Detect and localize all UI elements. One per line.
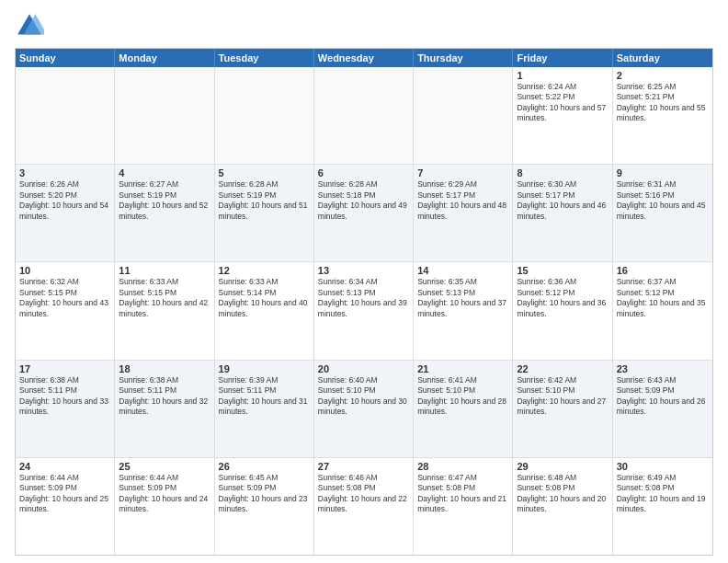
sunset-label: Sunset: 5:13 PM — [417, 288, 475, 297]
calendar-cell: 13 Sunrise: 6:34 AM Sunset: 5:13 PM Dayl… — [314, 262, 414, 359]
calendar-cell: 5 Sunrise: 6:28 AM Sunset: 5:19 PM Dayli… — [215, 165, 314, 261]
sunset-label: Sunset: 5:09 PM — [119, 483, 176, 492]
day-number: 13 — [318, 265, 409, 276]
calendar-cell: 14 Sunrise: 6:35 AM Sunset: 5:13 PM Dayl… — [414, 262, 513, 359]
sunset-label: Sunset: 5:21 PM — [617, 92, 675, 101]
sunset-label: Sunset: 5:11 PM — [119, 385, 176, 395]
calendar-cell: 24 Sunrise: 6:44 AM Sunset: 5:09 PM Dayl… — [16, 458, 115, 555]
sunset-label: Sunset: 5:11 PM — [19, 385, 77, 395]
sunrise-label: Sunrise: 6:40 AM — [318, 375, 378, 385]
daylight-label: Daylight: 10 hours and 20 minutes. — [517, 494, 606, 513]
daylight-label: Daylight: 10 hours and 40 minutes. — [219, 298, 308, 317]
logo — [15, 11, 48, 40]
calendar-cell: 4 Sunrise: 6:27 AM Sunset: 5:19 PM Dayli… — [115, 165, 214, 261]
daylight-label: Daylight: 10 hours and 25 minutes. — [19, 494, 108, 513]
day-number: 27 — [318, 461, 409, 472]
day-number: 18 — [119, 363, 210, 374]
cell-detail: Sunrise: 6:36 AM Sunset: 5:12 PM Dayligh… — [517, 277, 608, 319]
day-number: 7 — [417, 167, 508, 178]
sunrise-label: Sunrise: 6:29 AM — [417, 179, 477, 189]
calendar-row: 10 Sunrise: 6:32 AM Sunset: 5:15 PM Dayl… — [16, 262, 712, 360]
sunrise-label: Sunrise: 6:34 AM — [318, 277, 378, 286]
calendar-header-cell: Wednesday — [314, 49, 414, 67]
day-number: 20 — [318, 363, 409, 374]
logo-icon — [15, 11, 44, 40]
calendar-cell: 21 Sunrise: 6:41 AM Sunset: 5:10 PM Dayl… — [414, 361, 513, 457]
day-number: 28 — [417, 461, 508, 472]
daylight-label: Daylight: 10 hours and 22 minutes. — [318, 494, 407, 513]
daylight-label: Daylight: 10 hours and 30 minutes. — [318, 396, 407, 416]
cell-detail: Sunrise: 6:25 AM Sunset: 5:21 PM Dayligh… — [617, 82, 709, 124]
sunset-label: Sunset: 5:17 PM — [417, 190, 475, 200]
sunrise-label: Sunrise: 6:45 AM — [219, 473, 279, 482]
daylight-label: Daylight: 10 hours and 39 minutes. — [318, 298, 407, 317]
sunset-label: Sunset: 5:19 PM — [219, 190, 277, 200]
cell-detail: Sunrise: 6:48 AM Sunset: 5:08 PM Dayligh… — [517, 473, 608, 515]
sunset-label: Sunset: 5:09 PM — [219, 483, 277, 492]
cell-detail: Sunrise: 6:44 AM Sunset: 5:09 PM Dayligh… — [19, 473, 110, 515]
cell-detail: Sunrise: 6:42 AM Sunset: 5:10 PM Dayligh… — [517, 375, 608, 418]
sunrise-label: Sunrise: 6:24 AM — [517, 82, 576, 91]
calendar-cell — [16, 67, 115, 164]
cell-detail: Sunrise: 6:26 AM Sunset: 5:20 PM Dayligh… — [19, 179, 110, 222]
cell-detail: Sunrise: 6:43 AM Sunset: 5:09 PM Dayligh… — [617, 375, 709, 418]
sunset-label: Sunset: 5:18 PM — [318, 190, 376, 200]
daylight-label: Daylight: 10 hours and 57 minutes. — [517, 103, 606, 122]
day-number: 5 — [219, 167, 310, 178]
calendar-cell: 16 Sunrise: 6:37 AM Sunset: 5:12 PM Dayl… — [613, 262, 712, 359]
calendar-header: SundayMondayTuesdayWednesdayThursdayFrid… — [16, 49, 712, 67]
sunset-label: Sunset: 5:20 PM — [19, 190, 77, 200]
calendar-cell: 28 Sunrise: 6:47 AM Sunset: 5:08 PM Dayl… — [414, 458, 513, 555]
sunset-label: Sunset: 5:08 PM — [318, 483, 376, 492]
daylight-label: Daylight: 10 hours and 42 minutes. — [119, 298, 208, 317]
cell-detail: Sunrise: 6:41 AM Sunset: 5:10 PM Dayligh… — [417, 375, 508, 418]
daylight-label: Daylight: 10 hours and 26 minutes. — [617, 396, 706, 416]
daylight-label: Daylight: 10 hours and 35 minutes. — [617, 298, 706, 317]
calendar-header-cell: Friday — [513, 49, 612, 67]
day-number: 16 — [617, 265, 709, 276]
sunrise-label: Sunrise: 6:33 AM — [219, 277, 279, 286]
day-number: 25 — [119, 461, 210, 472]
day-number: 10 — [19, 265, 110, 276]
day-number: 4 — [119, 167, 210, 178]
sunrise-label: Sunrise: 6:27 AM — [119, 179, 178, 189]
sunset-label: Sunset: 5:19 PM — [119, 190, 176, 200]
sunset-label: Sunset: 5:22 PM — [517, 92, 574, 101]
day-number: 1 — [517, 70, 608, 81]
cell-detail: Sunrise: 6:24 AM Sunset: 5:22 PM Dayligh… — [517, 82, 608, 124]
sunrise-label: Sunrise: 6:44 AM — [119, 473, 178, 482]
daylight-label: Daylight: 10 hours and 21 minutes. — [417, 494, 506, 513]
calendar-cell: 7 Sunrise: 6:29 AM Sunset: 5:17 PM Dayli… — [414, 165, 513, 261]
day-number: 2 — [617, 70, 709, 81]
daylight-label: Daylight: 10 hours and 45 minutes. — [617, 201, 706, 220]
sunrise-label: Sunrise: 6:28 AM — [219, 179, 279, 189]
sunrise-label: Sunrise: 6:42 AM — [517, 375, 576, 385]
calendar-cell: 12 Sunrise: 6:33 AM Sunset: 5:14 PM Dayl… — [215, 262, 314, 359]
daylight-label: Daylight: 10 hours and 33 minutes. — [19, 396, 108, 416]
daylight-label: Daylight: 10 hours and 28 minutes. — [417, 396, 506, 416]
sunrise-label: Sunrise: 6:48 AM — [517, 473, 576, 482]
sunset-label: Sunset: 5:16 PM — [617, 190, 675, 200]
day-number: 12 — [219, 265, 310, 276]
calendar-cell: 20 Sunrise: 6:40 AM Sunset: 5:10 PM Dayl… — [314, 361, 414, 457]
daylight-label: Daylight: 10 hours and 37 minutes. — [417, 298, 506, 317]
day-number: 30 — [617, 461, 709, 472]
day-number: 9 — [617, 167, 709, 178]
calendar-header-cell: Saturday — [613, 49, 712, 67]
cell-detail: Sunrise: 6:47 AM Sunset: 5:08 PM Dayligh… — [417, 473, 508, 515]
calendar-header-cell: Tuesday — [215, 49, 314, 67]
calendar-cell: 15 Sunrise: 6:36 AM Sunset: 5:12 PM Dayl… — [513, 262, 612, 359]
calendar-cell: 26 Sunrise: 6:45 AM Sunset: 5:09 PM Dayl… — [215, 458, 314, 555]
day-number: 15 — [517, 265, 608, 276]
calendar-cell — [215, 67, 314, 164]
daylight-label: Daylight: 10 hours and 54 minutes. — [19, 201, 108, 220]
daylight-label: Daylight: 10 hours and 49 minutes. — [318, 201, 407, 220]
daylight-label: Daylight: 10 hours and 43 minutes. — [19, 298, 108, 317]
cell-detail: Sunrise: 6:34 AM Sunset: 5:13 PM Dayligh… — [318, 277, 409, 319]
sunrise-label: Sunrise: 6:38 AM — [19, 375, 79, 385]
daylight-label: Daylight: 10 hours and 48 minutes. — [417, 201, 506, 220]
cell-detail: Sunrise: 6:33 AM Sunset: 5:14 PM Dayligh… — [219, 277, 310, 319]
day-number: 26 — [219, 461, 310, 472]
daylight-label: Daylight: 10 hours and 27 minutes. — [517, 396, 606, 416]
sunset-label: Sunset: 5:12 PM — [617, 288, 675, 297]
